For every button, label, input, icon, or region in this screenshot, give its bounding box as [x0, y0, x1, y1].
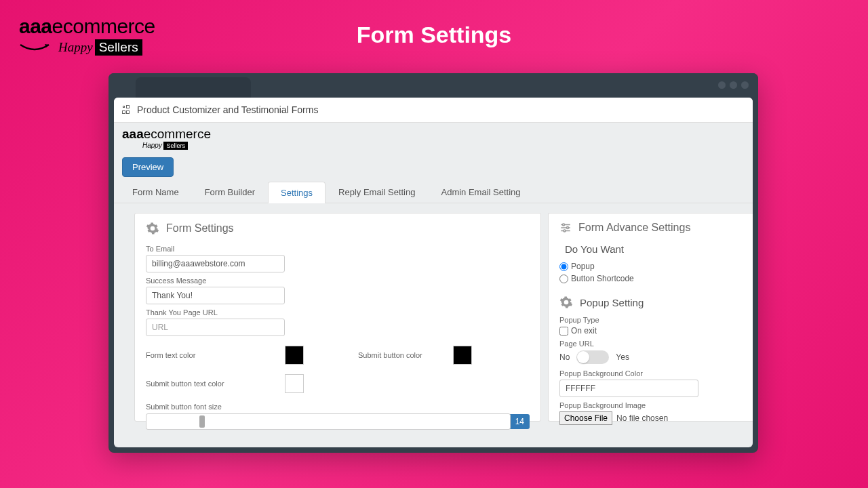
- font-size-label: Submit button font size: [146, 403, 530, 411]
- page-url-toggle[interactable]: [576, 350, 609, 364]
- window-dot[interactable]: [741, 81, 749, 89]
- bg-color-label: Popup Background Color: [559, 369, 742, 378]
- submit-text-color-label: Submit button text color: [146, 380, 285, 388]
- radio-popup-label: Popup: [571, 262, 595, 271]
- radio-shortcode[interactable]: [559, 274, 568, 283]
- toolbar: Preview: [114, 152, 753, 181]
- success-message-input[interactable]: [146, 287, 285, 304]
- font-size-slider: 14: [146, 413, 530, 430]
- file-status: No file chosen: [616, 413, 668, 423]
- submit-text-color-swatch[interactable]: [285, 374, 304, 393]
- slider-handle[interactable]: [199, 415, 205, 428]
- popup-setting-heading: Popup Setting: [559, 296, 742, 309]
- logo-happy: Happy: [142, 142, 162, 149]
- toggle-yes-label: Yes: [616, 352, 629, 362]
- logo-aaa: aaa: [122, 127, 144, 141]
- logo-aaa: aaa: [19, 15, 52, 37]
- panel-title: Form Advance Settings: [578, 222, 690, 234]
- app-window: Product Customizer and Testimonial Forms…: [108, 73, 758, 453]
- tab-bar: Form Name Form Builder Settings Reply Em…: [114, 181, 753, 203]
- brand-logo-inner: aaaecommerce Happy Sellers: [114, 123, 753, 152]
- panel-heading: Form Settings: [146, 222, 530, 235]
- form-text-color-swatch[interactable]: [285, 346, 304, 365]
- page-url-toggle-row: No Yes: [559, 350, 742, 364]
- window-tab[interactable]: [136, 77, 251, 98]
- to-email-label: To Email: [146, 245, 530, 253]
- popup-type-label: Popup Type: [559, 316, 742, 324]
- thank-you-url-label: Thank You Page URL: [146, 308, 530, 317]
- panel-title: Form Settings: [166, 222, 234, 235]
- popup-setting-title: Popup Setting: [580, 297, 644, 308]
- tab-admin-email[interactable]: Admin Email Setting: [428, 181, 533, 203]
- to-email-input[interactable]: [146, 255, 285, 272]
- toggle-no-label: No: [559, 352, 570, 362]
- bg-image-label: Popup Background Image: [559, 401, 742, 409]
- svg-point-5: [564, 230, 566, 232]
- slider-value: 14: [510, 414, 530, 429]
- choose-file-button[interactable]: Choose File: [559, 411, 612, 425]
- tab-settings[interactable]: Settings: [268, 182, 326, 203]
- option-popup[interactable]: Popup: [559, 262, 742, 271]
- breadcrumb: Product Customizer and Testimonial Forms: [114, 98, 753, 123]
- bg-color-input[interactable]: [559, 380, 698, 397]
- submit-button-color-swatch[interactable]: [453, 346, 472, 365]
- sliders-icon: [559, 222, 572, 234]
- on-exit-option[interactable]: On exit: [559, 326, 742, 336]
- form-settings-panel: Form Settings To Email Success Message T…: [134, 213, 541, 422]
- tab-form-builder[interactable]: Form Builder: [192, 181, 268, 203]
- breadcrumb-text: Product Customizer and Testimonial Forms: [137, 104, 318, 115]
- svg-point-3: [563, 224, 565, 226]
- on-exit-checkbox[interactable]: [559, 327, 568, 336]
- gear-icon: [146, 222, 159, 235]
- window-dot[interactable]: [730, 81, 737, 89]
- logo-ecommerce: ecommerce: [144, 127, 211, 141]
- brand-logo-outer: aaaecommerce Happy Sellers: [19, 15, 155, 56]
- logo-sellers: Sellers: [163, 142, 188, 150]
- svg-point-4: [567, 227, 569, 229]
- page-url-label: Page URL: [559, 340, 742, 348]
- panel-heading: Form Advance Settings: [559, 222, 742, 234]
- submit-button-color-label: Submit button color: [358, 351, 453, 359]
- toggle-knob: [577, 351, 589, 363]
- radio-popup[interactable]: [559, 262, 568, 271]
- grid-icon: [122, 105, 132, 115]
- slider-track[interactable]: [146, 413, 511, 430]
- logo-happy: Happy: [58, 40, 93, 55]
- window-tab-bar: [108, 73, 758, 98]
- on-exit-label: On exit: [571, 326, 597, 336]
- window-controls: [718, 81, 749, 89]
- logo-ecommerce: ecommerce: [52, 15, 155, 37]
- window-dot[interactable]: [718, 81, 726, 89]
- thank-you-url-input[interactable]: [146, 319, 285, 336]
- page-title: Form Settings: [357, 22, 512, 48]
- do-you-want-heading: Do You Want: [565, 243, 742, 255]
- option-shortcode[interactable]: Button Shortcode: [559, 274, 742, 283]
- radio-shortcode-label: Button Shortcode: [571, 274, 634, 283]
- content-area: Form Settings To Email Success Message T…: [114, 203, 753, 431]
- gear-icon: [559, 296, 573, 309]
- app-body: Product Customizer and Testimonial Forms…: [114, 98, 753, 447]
- file-input-row: Choose File No file chosen: [559, 411, 742, 425]
- tab-form-name[interactable]: Form Name: [119, 181, 192, 203]
- logo-sellers: Sellers: [95, 39, 142, 56]
- success-message-label: Success Message: [146, 277, 530, 285]
- tab-reply-email[interactable]: Reply Email Setting: [326, 181, 428, 203]
- smile-icon: [19, 43, 50, 52]
- advance-settings-panel: Form Advance Settings Do You Want Popup …: [548, 213, 753, 422]
- form-text-color-label: Form text color: [146, 351, 285, 359]
- preview-button[interactable]: Preview: [122, 157, 174, 177]
